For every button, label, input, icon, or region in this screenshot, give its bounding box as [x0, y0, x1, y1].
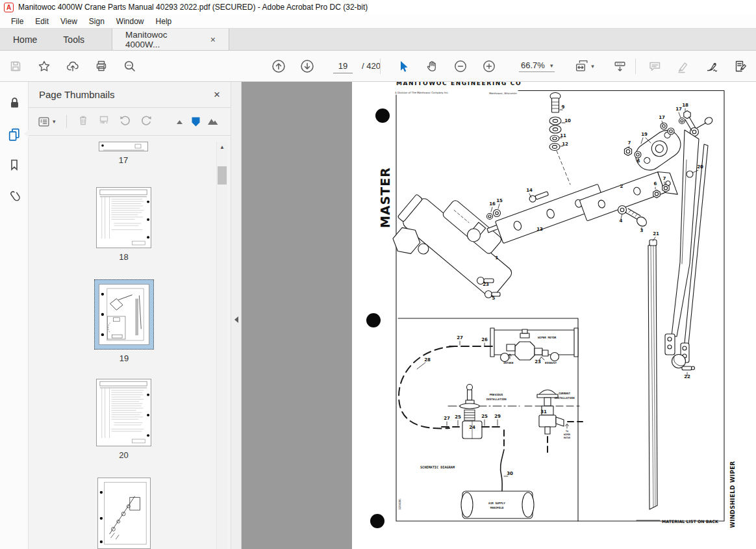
- edit-pdf-button[interactable]: [733, 57, 748, 75]
- thumbnail-options-button[interactable]: ▾: [38, 116, 56, 128]
- thumbnail-page-20[interactable]: 20: [96, 379, 151, 460]
- fill-sign-button[interactable]: [704, 57, 720, 75]
- fill-sign-icon: [705, 59, 719, 73]
- hand-tool-button[interactable]: [424, 57, 440, 75]
- paperclip-icon: [7, 189, 21, 203]
- tab-close-icon[interactable]: ×: [210, 35, 216, 44]
- scrollbar-thumb[interactable]: [218, 166, 227, 185]
- comment-icon: [648, 59, 662, 73]
- thumbnail-page-21[interactable]: 21: [97, 478, 151, 549]
- enlarge-thumbnails-icon[interactable]: [207, 116, 219, 127]
- reduce-thumbnails-icon[interactable]: [175, 116, 185, 127]
- menu-window[interactable]: Window: [110, 16, 150, 27]
- menu-help[interactable]: Help: [150, 16, 178, 27]
- security-panel-button[interactable]: [6, 95, 22, 110]
- tab-home[interactable]: Home: [0, 29, 50, 50]
- thumbnail-page-17[interactable]: 17: [99, 142, 148, 165]
- bookmarks-panel-button[interactable]: [6, 157, 22, 173]
- page-count: / 420: [362, 61, 381, 71]
- share-button[interactable]: [65, 57, 81, 75]
- page-total: 420: [366, 61, 381, 71]
- document-view[interactable]: MANITOWOC ENGINEERING CO A Division of T…: [242, 82, 756, 549]
- panel-close-button[interactable]: ×: [214, 88, 220, 101]
- menu-file[interactable]: File: [5, 16, 29, 27]
- print-button[interactable]: [94, 57, 109, 75]
- zoom-in-button[interactable]: [481, 57, 497, 75]
- label-current-1: CURRENT: [559, 392, 571, 395]
- delete-pages-button[interactable]: [77, 114, 89, 129]
- search-button[interactable]: [122, 57, 138, 75]
- zoom-in-icon: [482, 59, 496, 73]
- zoom-level-dropdown[interactable]: 66.7% ▾: [519, 60, 555, 72]
- scrollbar-up-icon[interactable]: ▲: [217, 142, 227, 152]
- panel-toolbar-separator: [66, 115, 67, 128]
- part-callout-3: 3: [640, 228, 644, 233]
- thumbnail-image: [96, 379, 151, 446]
- star-button[interactable]: [36, 57, 52, 75]
- select-tool-button[interactable]: [396, 57, 411, 75]
- sheet-title: WINDSHIELD WIPER: [729, 461, 736, 528]
- page-down-icon: [299, 58, 315, 74]
- pdf-page[interactable]: MANITOWOC ENGINEERING CO A Division of T…: [352, 82, 756, 549]
- tab-document[interactable]: Manitowoc 4000W... ×: [112, 29, 229, 50]
- tab-tools[interactable]: Tools: [50, 29, 97, 50]
- menu-sign[interactable]: Sign: [83, 16, 110, 27]
- acrobat-app-icon: A: [4, 3, 14, 12]
- page-19-drawing: MANITOWOC ENGINEERING CO A Division of T…: [352, 82, 756, 549]
- panel-splitter[interactable]: [231, 82, 242, 549]
- tab-bar: Home Tools Manitowoc 4000W... ×: [0, 28, 756, 51]
- part-callout-17: 17: [659, 115, 665, 120]
- label-previous-1: PREVIOUS: [490, 393, 503, 396]
- part-callout-22: 22: [684, 374, 690, 379]
- fit-width-button[interactable]: [612, 57, 627, 75]
- panel-toolbar: ▾: [29, 108, 231, 136]
- panel-scrollbar[interactable]: ▲: [216, 142, 227, 549]
- window-title: Manitowoc 4000W Crane Parts Manual 40293…: [18, 3, 368, 12]
- air-supply-manifold: [461, 491, 534, 518]
- thumbnail-image: [96, 187, 151, 248]
- part-callout-9: 9: [562, 105, 565, 110]
- highlight-button[interactable]: [675, 57, 691, 75]
- part-callout-30: 30: [507, 471, 513, 476]
- collapse-panel-icon[interactable]: [234, 316, 238, 323]
- main-toolbar: / 420: [0, 51, 756, 82]
- thumbnail-label: 17: [119, 155, 128, 165]
- title-bar: A Manitowoc 4000W Crane Parts Manual 402…: [0, 0, 756, 14]
- part-callout-6: 6: [654, 181, 657, 186]
- part-callout-6: 6: [637, 159, 640, 164]
- part-callout-23: 23: [535, 359, 541, 364]
- size-slider-thumb-icon[interactable]: [192, 117, 200, 127]
- page-thumbnails-panel-button[interactable]: [6, 126, 22, 142]
- rotate-counterclockwise-icon: [119, 114, 131, 127]
- options-menu-icon: [38, 116, 50, 128]
- rotate-clockwise-icon: [140, 114, 153, 127]
- thumbnail-label: 20: [119, 450, 128, 460]
- save-button[interactable]: [8, 57, 23, 75]
- part-callout-20: 20: [697, 164, 703, 170]
- thumbnail-selection-highlight: [94, 279, 154, 350]
- page-display-menu-button[interactable]: ▾: [572, 57, 596, 75]
- part-callout-4: 4: [620, 218, 623, 223]
- options-caret-icon: ▾: [53, 118, 56, 125]
- rotate-right-button[interactable]: [140, 114, 153, 129]
- master-stamp: MASTER: [378, 167, 392, 228]
- label-intake: INTAKE: [503, 361, 514, 364]
- page-number-input[interactable]: [333, 59, 353, 73]
- company-location: Manitowoc, Wisconsin: [489, 92, 517, 95]
- menu-edit[interactable]: Edit: [29, 16, 55, 27]
- part-callout-15: 15: [496, 198, 503, 203]
- previous-page-button[interactable]: [271, 57, 286, 75]
- part-callout-28: 28: [424, 357, 431, 363]
- menu-view[interactable]: View: [55, 16, 83, 27]
- lock-icon: [7, 96, 21, 110]
- comment-button[interactable]: [647, 57, 662, 75]
- label-air-supply-2: MANIFOLD: [490, 506, 504, 509]
- zoom-out-button[interactable]: [453, 57, 468, 75]
- part-callout-31: 31: [540, 409, 547, 415]
- thumbnail-page-18[interactable]: 18: [96, 187, 151, 262]
- rotate-left-button[interactable]: [119, 114, 131, 129]
- next-page-button[interactable]: [299, 57, 315, 75]
- thumbnail-page-19-selected[interactable]: 19: [94, 279, 154, 363]
- attachments-panel-button[interactable]: [6, 188, 22, 204]
- extract-pages-button[interactable]: [98, 114, 110, 129]
